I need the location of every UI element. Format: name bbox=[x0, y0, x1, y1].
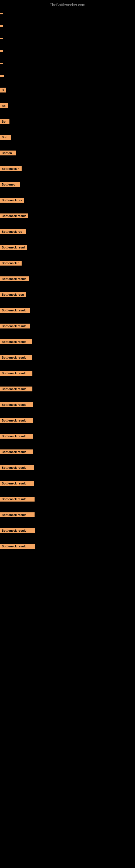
label-box-16: Bottleneck res bbox=[0, 229, 26, 234]
chart-row-33: Bottleneck result bbox=[0, 495, 135, 503]
label-box-20: Bottleneck resu bbox=[0, 292, 26, 297]
label-box-6 bbox=[0, 75, 4, 77]
label-box-3 bbox=[0, 38, 3, 39]
chart-row-9: Bo bbox=[0, 118, 135, 126]
label-box-22: Bottleneck result bbox=[0, 323, 30, 329]
chart-row-2 bbox=[0, 24, 135, 29]
label-box-11: Bottlen bbox=[0, 151, 16, 155]
chart-row-6 bbox=[0, 73, 135, 79]
chart-row-28: Bottleneck result bbox=[0, 416, 135, 425]
label-box-27: Bottleneck result bbox=[0, 402, 33, 407]
label-box-15: Bottleneck result bbox=[0, 214, 28, 218]
chart-row-13: Bottlenec bbox=[0, 180, 135, 188]
label-box-24: Bottleneck result bbox=[0, 355, 32, 360]
label-box-33: Bottleneck result bbox=[0, 497, 35, 501]
label-box-8: Bo bbox=[0, 103, 8, 108]
chart-row-8: Bo bbox=[0, 102, 135, 110]
label-box-23: Bottleneck result bbox=[0, 339, 32, 344]
chart-row-34: Bottleneck result bbox=[0, 511, 135, 519]
label-box-28: Bottleneck result bbox=[0, 418, 33, 423]
chart-row-31: Bottleneck result bbox=[0, 464, 135, 472]
label-box-34: Bottleneck result bbox=[0, 513, 35, 517]
chart-container: BBoBoBotBottlenBottleneck rBottlenecBott… bbox=[0, 8, 135, 561]
chart-row-24: Bottleneck result bbox=[0, 353, 135, 362]
label-box-2 bbox=[0, 25, 3, 27]
chart-row-19: Bottleneck result bbox=[0, 275, 135, 283]
site-title-container: TheBottlenecker.com bbox=[0, 0, 135, 8]
label-box-14: Bottleneck res bbox=[0, 198, 24, 203]
label-box-36: Bottleneck result bbox=[0, 544, 35, 549]
chart-row-36: Bottleneck result bbox=[0, 542, 135, 550]
chart-row-21: Bottleneck result bbox=[0, 306, 135, 314]
chart-row-7: B bbox=[0, 86, 135, 94]
chart-row-1 bbox=[0, 11, 135, 16]
chart-row-30: Bottleneck result bbox=[0, 448, 135, 456]
label-box-13: Bottlenec bbox=[0, 182, 20, 187]
label-box-19: Bottleneck result bbox=[0, 276, 29, 281]
label-box-21: Bottleneck result bbox=[0, 308, 30, 313]
chart-row-14: Bottleneck res bbox=[0, 196, 135, 204]
chart-row-23: Bottleneck result bbox=[0, 338, 135, 346]
chart-row-11: Bottlen bbox=[0, 149, 135, 157]
label-box-18: Bottleneck r bbox=[0, 261, 21, 266]
chart-row-35: Bottleneck result bbox=[0, 527, 135, 535]
label-box-7: B bbox=[0, 88, 6, 93]
label-box-30: Bottleneck result bbox=[0, 450, 33, 454]
site-title: TheBottlenecker.com bbox=[0, 0, 135, 8]
label-box-35: Bottleneck result bbox=[0, 528, 35, 533]
label-box-26: Bottleneck result bbox=[0, 386, 32, 392]
chart-row-5 bbox=[0, 61, 135, 66]
chart-row-17: Bottleneck resul bbox=[0, 243, 135, 251]
chart-row-10: Bot bbox=[0, 133, 135, 141]
label-box-10: Bot bbox=[0, 135, 11, 140]
label-box-9: Bo bbox=[0, 119, 9, 124]
label-box-12: Bottleneck r bbox=[0, 166, 21, 171]
chart-row-25: Bottleneck result bbox=[0, 369, 135, 377]
label-box-29: Bottleneck result bbox=[0, 434, 33, 439]
chart-row-4 bbox=[0, 49, 135, 54]
label-box-31: Bottleneck result bbox=[0, 465, 34, 470]
label-box-1 bbox=[0, 13, 3, 14]
chart-row-15: Bottleneck result bbox=[0, 212, 135, 220]
label-box-5 bbox=[0, 63, 3, 64]
label-box-17: Bottleneck resul bbox=[0, 245, 27, 250]
label-box-4 bbox=[0, 50, 3, 52]
chart-row-29: Bottleneck result bbox=[0, 432, 135, 440]
chart-row-32: Bottleneck result bbox=[0, 479, 135, 488]
chart-row-18: Bottleneck r bbox=[0, 259, 135, 267]
chart-row-20: Bottleneck resu bbox=[0, 290, 135, 299]
chart-row-12: Bottleneck r bbox=[0, 165, 135, 173]
chart-row-16: Bottleneck res bbox=[0, 227, 135, 236]
chart-row-3 bbox=[0, 36, 135, 41]
chart-row-26: Bottleneck result bbox=[0, 385, 135, 393]
label-box-32: Bottleneck result bbox=[0, 481, 34, 486]
label-box-25: Bottleneck result bbox=[0, 371, 32, 376]
chart-row-22: Bottleneck result bbox=[0, 322, 135, 330]
chart-row-27: Bottleneck result bbox=[0, 401, 135, 409]
